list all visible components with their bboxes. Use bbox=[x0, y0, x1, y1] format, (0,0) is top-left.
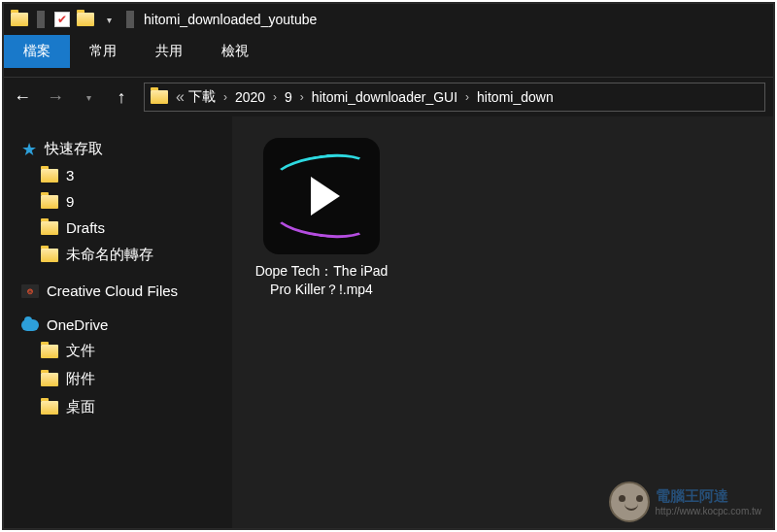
breadcrumb-seg[interactable]: hitomi_downloader_GUI bbox=[312, 89, 457, 105]
sidebar-label: 快速存取 bbox=[45, 140, 103, 158]
sidebar-creative-cloud[interactable]: ⌾ Creative Cloud Files bbox=[21, 279, 232, 303]
qat-dropdown-icon[interactable]: ▾ bbox=[100, 11, 118, 28]
titlebar: ✔ ▾ hitomi_downloaded_youtube bbox=[4, 4, 773, 35]
window-title: hitomi_downloaded_youtube bbox=[144, 12, 317, 27]
watermark: 電腦王阿達 http://www.kocpc.com.tw bbox=[609, 482, 761, 522]
tab-share[interactable]: 共用 bbox=[136, 35, 202, 68]
ribbon-body bbox=[4, 68, 773, 78]
ribbon-tabs: 檔案 常用 共用 檢視 bbox=[4, 35, 773, 68]
sidebar-item[interactable]: Drafts bbox=[21, 215, 232, 241]
sidebar-onedrive[interactable]: OneDrive bbox=[21, 313, 232, 337]
sidebar-item-label: Drafts bbox=[66, 219, 105, 236]
play-icon bbox=[311, 177, 340, 216]
breadcrumb-seg[interactable]: 9 bbox=[285, 89, 292, 105]
sidebar-item-label: 3 bbox=[66, 167, 74, 183]
breadcrumb[interactable]: « 下載 › 2020 › 9 › hitomi_downloader_GUI … bbox=[144, 83, 765, 112]
sidebar-item-label: 附件 bbox=[66, 370, 95, 388]
qat-properties-icon[interactable]: ✔ bbox=[53, 11, 71, 28]
file-item[interactable]: Dope Tech：The iPad Pro Killer？!.mp4 bbox=[253, 138, 389, 299]
separator bbox=[37, 11, 45, 28]
breadcrumb-folder-icon bbox=[151, 90, 168, 104]
sidebar-label: OneDrive bbox=[47, 316, 108, 333]
watermark-url: http://www.kocpc.com.tw bbox=[656, 506, 761, 516]
app-folder-icon bbox=[11, 11, 28, 28]
video-thumbnail bbox=[263, 138, 380, 254]
breadcrumb-seg[interactable]: hitomi_down bbox=[477, 89, 554, 105]
sidebar-item-label: 桌面 bbox=[66, 398, 95, 416]
sidebar-item-label: 未命名的轉存 bbox=[66, 246, 153, 264]
chevron-right-icon[interactable]: › bbox=[300, 90, 304, 104]
sidebar-item[interactable]: 附件 bbox=[21, 365, 232, 393]
nav-up-button[interactable]: ↑ bbox=[111, 87, 132, 108]
chevron-right-icon[interactable]: › bbox=[223, 90, 227, 104]
qat-newfolder-icon[interactable] bbox=[77, 11, 94, 28]
sidebar-item[interactable]: 文件 bbox=[21, 337, 232, 365]
separator bbox=[126, 11, 134, 28]
sidebar-item[interactable]: 桌面 bbox=[21, 393, 232, 421]
folder-icon bbox=[41, 169, 58, 183]
nav-forward-button[interactable]: → bbox=[45, 87, 66, 108]
sidebar-item[interactable]: 9 bbox=[21, 188, 232, 215]
folder-icon bbox=[41, 195, 58, 209]
sidebar-label: Creative Cloud Files bbox=[47, 283, 178, 299]
folder-icon bbox=[41, 373, 58, 386]
breadcrumb-seg[interactable]: 下載 bbox=[188, 88, 216, 106]
folder-icon bbox=[41, 345, 58, 358]
folder-icon bbox=[41, 249, 58, 262]
chevron-right-icon[interactable]: › bbox=[465, 90, 469, 104]
breadcrumb-seg[interactable]: 2020 bbox=[235, 89, 265, 105]
watermark-avatar-icon bbox=[609, 482, 650, 522]
tab-home[interactable]: 常用 bbox=[70, 35, 136, 68]
tab-file[interactable]: 檔案 bbox=[4, 35, 70, 68]
onedrive-icon bbox=[21, 319, 39, 331]
sidebar-item-label: 文件 bbox=[66, 342, 95, 360]
breadcrumb-overflow[interactable]: « bbox=[176, 88, 185, 106]
file-name-label: Dope Tech：The iPad Pro Killer？!.mp4 bbox=[253, 262, 389, 299]
navigation-pane: ★ 快速存取 3 9 Drafts 未命名的轉存 ⌾ Creative Clou… bbox=[4, 116, 232, 528]
file-list-pane[interactable]: Dope Tech：The iPad Pro Killer？!.mp4 電腦王阿… bbox=[232, 116, 773, 528]
nav-recent-dropdown[interactable]: ▾ bbox=[78, 92, 99, 103]
sidebar-item[interactable]: 3 bbox=[21, 162, 232, 188]
sidebar-item[interactable]: 未命名的轉存 bbox=[21, 241, 232, 269]
star-icon: ★ bbox=[21, 141, 37, 158]
sidebar-item-label: 9 bbox=[66, 193, 74, 210]
folder-icon bbox=[41, 221, 58, 235]
address-bar: ← → ▾ ↑ « 下載 › 2020 › 9 › hitomi_downloa… bbox=[4, 78, 773, 116]
sidebar-quick-access[interactable]: ★ 快速存取 bbox=[21, 136, 232, 162]
folder-icon bbox=[41, 401, 58, 415]
tab-view[interactable]: 檢視 bbox=[202, 35, 268, 68]
nav-back-button[interactable]: ← bbox=[12, 87, 33, 108]
creative-cloud-icon: ⌾ bbox=[21, 284, 39, 298]
watermark-title: 電腦王阿達 bbox=[656, 487, 761, 506]
chevron-right-icon[interactable]: › bbox=[273, 90, 277, 104]
